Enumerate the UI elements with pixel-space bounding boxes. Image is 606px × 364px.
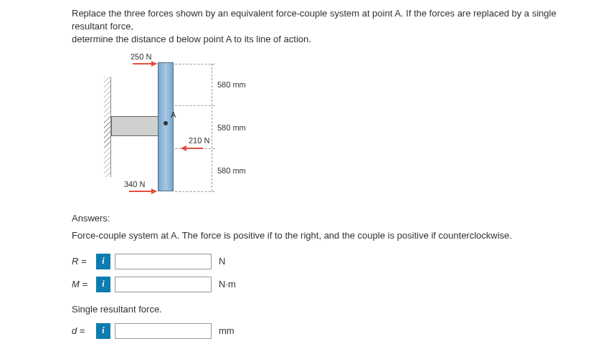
unit-d: mm xyxy=(219,325,235,336)
info-icon[interactable]: i xyxy=(96,323,110,339)
field-row-r: R = i N xyxy=(72,254,592,269)
force-arrow-210 xyxy=(181,148,203,149)
question-line1: Replace the three forces shown by an equ… xyxy=(72,8,557,32)
field-label-r: R = xyxy=(72,256,92,267)
dimension-tick xyxy=(175,64,214,64)
dimension-label: 580 mm xyxy=(217,80,246,89)
force-arrow-250 xyxy=(133,63,156,64)
point-a-dot xyxy=(164,121,168,125)
force-arrow-340 xyxy=(129,191,156,192)
field-row-m: M = i N·m xyxy=(72,277,592,292)
dimension-tick xyxy=(175,105,214,106)
answers-heading: Answers: xyxy=(72,213,592,224)
single-resultant-heading: Single resultant force. xyxy=(72,304,592,315)
field-label-d: d = xyxy=(72,325,92,336)
field-label-m: M = xyxy=(72,279,92,289)
force-label-210: 210 N xyxy=(189,136,209,145)
dimension-label: 580 mm xyxy=(217,123,246,132)
point-a-label: A xyxy=(171,110,176,119)
problem-figure: A 580 mm 580 mm 580 mm 250 N 210 N 340 N xyxy=(90,55,290,198)
vertical-column xyxy=(158,62,174,191)
force-label-250: 250 N xyxy=(131,52,151,61)
info-icon[interactable]: i xyxy=(96,277,110,292)
unit-r: N xyxy=(219,256,225,267)
field-row-d: d = i mm xyxy=(72,323,592,339)
input-m[interactable] xyxy=(115,277,212,292)
question-line2: determine the distance d below point A t… xyxy=(72,34,311,44)
wall-hatch xyxy=(104,77,111,177)
info-icon[interactable]: i xyxy=(96,254,110,269)
unit-m: N·m xyxy=(219,279,236,289)
input-r[interactable] xyxy=(115,254,212,269)
dimension-axis xyxy=(212,64,212,191)
question-text: Replace the three forces shown by an equ… xyxy=(72,7,592,47)
force-label-340: 340 N xyxy=(124,180,145,188)
dimension-tick xyxy=(175,191,214,192)
input-d[interactable] xyxy=(115,323,212,339)
answers-instruction: Force-couple system at A. The force is p… xyxy=(72,229,592,242)
dimension-label: 580 mm xyxy=(217,166,246,175)
